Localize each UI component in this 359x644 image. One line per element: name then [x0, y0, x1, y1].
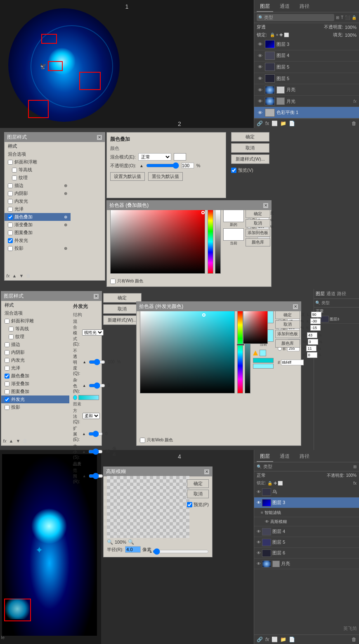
og-new-style-btn[interactable]: 新建样式(W)...	[103, 315, 142, 325]
cp3-libraries[interactable]: 颜色库	[275, 339, 300, 348]
style-inner-shadow-check[interactable]	[8, 191, 13, 196]
style-gradient-overlay-3[interactable]: 渐变叠加	[1, 380, 69, 388]
trash-3[interactable]: 🗑	[23, 438, 28, 444]
style-color-overlay-check[interactable]	[8, 215, 13, 220]
check-gradient-overlay-3[interactable]	[5, 381, 9, 386]
style-options-3[interactable]: 混合选项	[1, 309, 69, 317]
cancel-btn-cp-2[interactable]: 取消	[246, 219, 270, 227]
style-satin-check[interactable]	[8, 207, 13, 212]
eye4-gaussian[interactable]: 👁	[265, 519, 269, 524]
eye-icon-moon[interactable]: 👁	[257, 87, 263, 93]
new-layer-icon[interactable]: 📄	[289, 121, 295, 126]
tab-layers[interactable]: 图层	[257, 2, 273, 12]
link4-icon[interactable]: 🔗	[257, 637, 263, 642]
confirm-btn-cp-2[interactable]: 确定	[246, 210, 270, 218]
style-options[interactable]: 混合选项	[5, 150, 71, 158]
check-outer-glow-3[interactable]	[5, 397, 9, 402]
og-confirm-btn[interactable]: 确定	[103, 293, 142, 303]
style-pattern-overlay[interactable]: 图案叠加	[5, 229, 71, 237]
eye-icon-3[interactable]: 👁	[257, 41, 263, 47]
style-outer-glow-check[interactable]	[8, 238, 13, 243]
style-stroke[interactable]: 描边 ⊕	[5, 182, 71, 189]
tab4-layers[interactable]: 图层	[257, 452, 273, 462]
og-color-gradient[interactable]	[78, 395, 99, 400]
b3-input-3[interactable]	[310, 325, 321, 331]
new-style-btn-2[interactable]: 新建样式(W)...	[231, 154, 269, 164]
opacity-slider-2[interactable]	[146, 162, 179, 169]
add-style-icon[interactable]: fx	[265, 121, 269, 126]
add-mask-icon[interactable]: ⬜	[272, 121, 278, 126]
style-inner-shadow[interactable]: 内阴影 ⊕	[5, 189, 71, 197]
folder4-icon[interactable]: 📁	[280, 637, 286, 642]
color-gradient-3[interactable]	[140, 311, 235, 393]
eye-icon-5a[interactable]: 👁	[257, 64, 263, 70]
check-texture-3[interactable]	[9, 334, 14, 339]
style-texture-3[interactable]: 纹理	[1, 333, 69, 341]
layer4-layer5[interactable]: 👁 图层 5	[254, 537, 359, 548]
style-contour-3[interactable]: 等高线	[1, 325, 69, 333]
gaussian-cancel[interactable]: 取消	[187, 490, 209, 498]
check-inner-glow-3[interactable]	[5, 358, 9, 363]
close-dialog-2[interactable]: ✕	[97, 135, 102, 140]
eye-icon-4[interactable]: 👁	[257, 52, 263, 59]
style-color-overlay-3[interactable]: 颜色叠加	[1, 372, 69, 380]
og-cancel-btn[interactable]: 取消	[103, 304, 142, 314]
preview-check-2[interactable]	[231, 168, 236, 173]
og-color-dot[interactable]	[73, 395, 77, 400]
layer4-layer6[interactable]: 👁 图层 6	[254, 548, 359, 559]
style-inner-shadow-3[interactable]: 内阴影	[1, 348, 69, 356]
check-color-overlay-3[interactable]	[5, 374, 9, 379]
style-shadow[interactable]: 投影 ⊕	[5, 244, 71, 252]
layer-item-adj[interactable]: 👁 色彩平衡 1	[254, 107, 359, 118]
color-libraries-btn-2[interactable]: 颜色库	[246, 238, 270, 246]
og-range-slider[interactable]	[89, 473, 103, 479]
c-input-3[interactable]	[307, 332, 317, 338]
color-swatch-overlay[interactable]	[174, 153, 186, 161]
style-inner-glow-check[interactable]	[8, 199, 13, 204]
style-outer-glow-3[interactable]: 外发光	[1, 395, 69, 403]
search-box[interactable]: 🔍 类型	[257, 14, 334, 21]
style-color-overlay[interactable]: 颜色叠加 ⊕	[5, 213, 71, 221]
eye-icon-5b[interactable]: 👁	[257, 75, 263, 82]
l-input-3[interactable]	[311, 312, 321, 317]
hue-bar-3[interactable]	[237, 311, 243, 393]
mini-tab-channels[interactable]: 通道	[326, 291, 335, 297]
style-bevel[interactable]: 斜面和浮雕	[5, 158, 71, 166]
alpha-bar-2[interactable]	[215, 210, 221, 274]
cp3-cancel[interactable]: 取消	[275, 320, 300, 329]
newlayer4-icon[interactable]: 📄	[289, 637, 295, 642]
opacity-input-2[interactable]	[182, 163, 194, 168]
style-bevel-check[interactable]	[8, 160, 13, 165]
fx4-icon[interactable]: fx	[265, 637, 269, 642]
mini-tab-layers[interactable]: 图层	[316, 291, 325, 297]
a-input-3[interactable]	[310, 318, 321, 324]
arrow-up-3[interactable]: ▲	[9, 438, 14, 443]
set-default-btn-2[interactable]: 设置为默认值	[110, 172, 145, 181]
layer4-bird[interactable]: 👁 乌	[254, 487, 359, 497]
style-texture-check[interactable]	[12, 175, 17, 180]
style-gradient-overlay-check[interactable]	[8, 223, 13, 227]
layers-options-icon[interactable]: ⊞	[336, 15, 339, 20]
og-spread-slider[interactable]	[88, 431, 103, 437]
layer-item-5a[interactable]: 👁 图层 5	[254, 62, 359, 73]
check-shadow-3[interactable]	[5, 405, 9, 410]
tab4-channels[interactable]: 通道	[276, 452, 293, 462]
close-color-picker-2[interactable]: ✕	[263, 203, 269, 208]
confirm-btn-2[interactable]: 确定	[231, 132, 269, 142]
web-only-check-2[interactable]	[110, 279, 116, 284]
k-input-3[interactable]	[307, 352, 317, 358]
style-contour-check[interactable]	[12, 168, 17, 173]
new-group-icon[interactable]: 📁	[280, 121, 286, 126]
og-size-slider[interactable]	[88, 448, 103, 455]
eye-icon-moonlight[interactable]: 👁	[257, 98, 263, 104]
link-icon[interactable]: 🔗	[257, 121, 263, 126]
gaussian-close[interactable]: ✕	[204, 469, 210, 475]
og-blend-select[interactable]: 线性光	[82, 329, 104, 336]
cp3-add-swatches[interactable]: 添加到色板	[275, 330, 300, 338]
arrow-down-icon[interactable]: ▼	[19, 273, 24, 278]
style-bevel-3[interactable]: 斜面和浮雕	[1, 317, 69, 325]
y-input-3[interactable]	[306, 346, 316, 351]
eye4-layer3[interactable]: 👁	[257, 500, 261, 505]
web-only-check-3[interactable]	[140, 438, 145, 443]
eye4-layer5[interactable]: 👁	[257, 540, 261, 545]
